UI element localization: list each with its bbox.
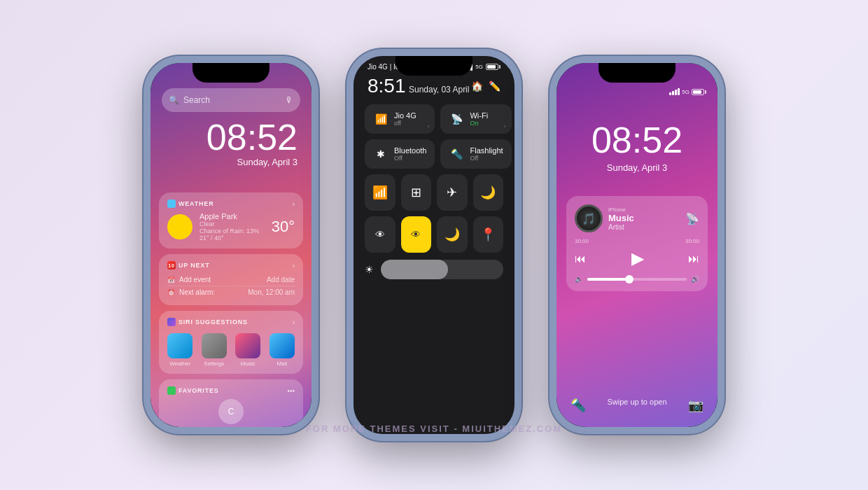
weather-widget[interactable]: WEATHER › Apple Park Clear Chance of Rai… bbox=[159, 192, 303, 248]
bluetooth-info: Bluetooth Off bbox=[394, 146, 426, 162]
phone-3: 5G 08:52 Sunday, April 3 🎵 iPhone Music bbox=[550, 56, 724, 434]
app-mail-icon bbox=[270, 333, 295, 358]
event-label-2: ⏰ Next alarm: bbox=[167, 288, 215, 296]
brightness-icon: ☀ bbox=[365, 264, 374, 275]
music-info: iPhone Music Artist bbox=[608, 206, 680, 231]
siri-widget[interactable]: SIRI SUGGESTIONS › Weather Settings bbox=[159, 311, 303, 374]
wifi-name: Wi-Fi bbox=[470, 111, 503, 120]
prev-button[interactable]: ⏮ bbox=[575, 253, 586, 265]
siri-header: SIRI SUGGESTIONS › bbox=[167, 318, 295, 326]
vol-down-icon: 🔈 bbox=[575, 275, 583, 283]
music-title: Music bbox=[608, 213, 680, 223]
cellular-state: off bbox=[394, 120, 426, 127]
yellow-eye-tile[interactable]: 👁 bbox=[401, 216, 432, 253]
music-volume-row: 🔈 🔊 bbox=[575, 275, 699, 283]
brightness-bar[interactable] bbox=[381, 260, 503, 279]
contact-avatar-1: C bbox=[218, 399, 244, 424]
camera-button[interactable]: 📷 bbox=[688, 398, 704, 413]
app-mail[interactable]: Mail bbox=[270, 333, 295, 367]
favorites-header: FAVORITES ••• bbox=[167, 386, 295, 395]
cc-clock: 8:51 bbox=[368, 75, 406, 97]
vol-up-icon: 🔊 bbox=[691, 275, 699, 283]
bluetooth-name: Bluetooth bbox=[394, 146, 426, 155]
location-tile[interactable]: 📍 bbox=[473, 216, 504, 253]
expand-icon: › bbox=[428, 123, 430, 130]
app-settings[interactable]: Settings bbox=[202, 333, 227, 367]
favorites-widget[interactable]: FAVORITES ••• C Contact 1 C Contact 2 C bbox=[159, 379, 303, 427]
location-icon: 📍 bbox=[480, 227, 496, 242]
wifi-info: Wi-Fi On bbox=[470, 111, 503, 127]
music-device: iPhone bbox=[608, 206, 680, 213]
sun-icon bbox=[167, 214, 192, 239]
lock-date: Sunday, April 3 bbox=[556, 162, 718, 173]
cc-date: Sunday, 03 April bbox=[409, 85, 470, 94]
weather-header: WEATHER › bbox=[167, 200, 295, 208]
app-mail-label: Mail bbox=[276, 360, 287, 367]
event-value-1: Add date bbox=[267, 276, 295, 284]
bluetooth-state: Off bbox=[394, 155, 426, 162]
app-weather[interactable]: Weather bbox=[167, 333, 192, 367]
app-music[interactable]: Music bbox=[235, 333, 260, 367]
siri-apps: Weather Settings Music Mail bbox=[167, 330, 295, 367]
moon2-icon: 🌙 bbox=[444, 227, 460, 242]
airplane-tile[interactable]: ✈ bbox=[437, 174, 468, 211]
upnext-title: 10 UP NEXT bbox=[167, 261, 209, 270]
weather-info: Apple Park Clear Chance of Rain: 13% 21°… bbox=[200, 212, 265, 241]
lock-battery bbox=[692, 89, 706, 95]
signal-bar-4 bbox=[678, 88, 680, 95]
volume-bar[interactable] bbox=[587, 278, 687, 281]
phone-1: 🔍 Search 🎙 08:52 Sunday, April 3 WEATHER… bbox=[144, 56, 318, 434]
flashlight-name: Flashlight bbox=[470, 146, 503, 155]
weather-icon bbox=[167, 200, 176, 208]
widget-container: WEATHER › Apple Park Clear Chance of Rai… bbox=[159, 192, 303, 427]
screenmirror-tile[interactable]: ⊞ bbox=[401, 174, 432, 211]
moon-tile[interactable]: 🌙 bbox=[437, 216, 468, 253]
upnext-widget[interactable]: 10 UP NEXT › 📅 Add event Add date ⏰ Nex bbox=[159, 254, 303, 305]
wifi-tile[interactable]: 📡 Wi-Fi On › bbox=[440, 104, 511, 134]
calendar-small-icon: 📅 bbox=[167, 276, 175, 284]
cc-time-block: 8:51 Sunday, 03 April bbox=[368, 75, 469, 97]
music-controls: ⏮ ▶ ⏭ bbox=[575, 247, 699, 271]
app-weather-label: Weather bbox=[169, 360, 190, 367]
favorites-icon bbox=[167, 386, 176, 395]
volume-fill bbox=[587, 278, 627, 281]
lock-clock: 08:52 bbox=[556, 119, 718, 161]
lock-battery-tip bbox=[705, 90, 706, 94]
cellular-name: Jio 4G bbox=[394, 111, 426, 120]
search-bar[interactable]: 🔍 Search 🎙 bbox=[162, 88, 300, 112]
custom1-tile[interactable]: 👁 bbox=[365, 216, 396, 253]
notch-3 bbox=[598, 63, 676, 83]
play-button[interactable]: ▶ bbox=[631, 250, 643, 268]
signal-bar-3 bbox=[675, 90, 677, 95]
weather-range: 21° / 40° bbox=[200, 234, 265, 241]
upnext-header: 10 UP NEXT › bbox=[167, 261, 295, 270]
bluetooth-icon: ✱ bbox=[373, 146, 388, 162]
favorites-title: FAVORITES bbox=[167, 386, 219, 395]
next-button[interactable]: ⏭ bbox=[688, 253, 699, 265]
music-header: 🎵 iPhone Music Artist 📡 bbox=[575, 204, 699, 232]
cc-time-row: 8:51 Sunday, 03 April 🏠 ✏️ bbox=[354, 74, 514, 104]
donotdisturb-tile[interactable]: 🌙 bbox=[473, 174, 504, 211]
alarm-icon: ⏰ bbox=[167, 289, 175, 296]
flashlight-state: Off bbox=[470, 155, 503, 162]
cellular-tile[interactable]: 📶 Jio 4G off › bbox=[365, 104, 435, 134]
lock-status-icons: 5G bbox=[669, 88, 706, 95]
airdrop-tile[interactable]: 📶 bbox=[365, 174, 396, 211]
edit-icon: ✏️ bbox=[489, 80, 500, 92]
expand-icon: › bbox=[504, 123, 506, 130]
event-row-2: ⏰ Next alarm: Mon, 12:00 am bbox=[167, 286, 295, 298]
music-card[interactable]: 🎵 iPhone Music Artist 📡 30:00 30:00 ⏮ ▶ … bbox=[566, 196, 708, 291]
app-weather-icon bbox=[167, 333, 192, 358]
siri-icon bbox=[167, 318, 176, 326]
torch-button[interactable]: 🔦 bbox=[570, 398, 586, 413]
airplay-icon[interactable]: 📡 bbox=[685, 212, 699, 225]
screen-2: Jio 4G | Idea 5G 8:51 bbox=[354, 56, 514, 434]
signal-bar-2 bbox=[672, 91, 674, 95]
event-row-1: 📅 Add event Add date bbox=[167, 274, 295, 286]
cc-main-grid: 📶 Jio 4G off › 📡 Wi-Fi On › ✱ Bluetooth bbox=[354, 104, 514, 169]
bluetooth-tile[interactable]: ✱ Bluetooth Off bbox=[365, 139, 435, 169]
lock-battery-body bbox=[692, 89, 704, 95]
wifi-state: On bbox=[470, 120, 503, 127]
flashlight-tile[interactable]: 🔦 Flashlight Off bbox=[440, 139, 511, 169]
contact-1[interactable]: C Contact 1 bbox=[167, 399, 295, 427]
